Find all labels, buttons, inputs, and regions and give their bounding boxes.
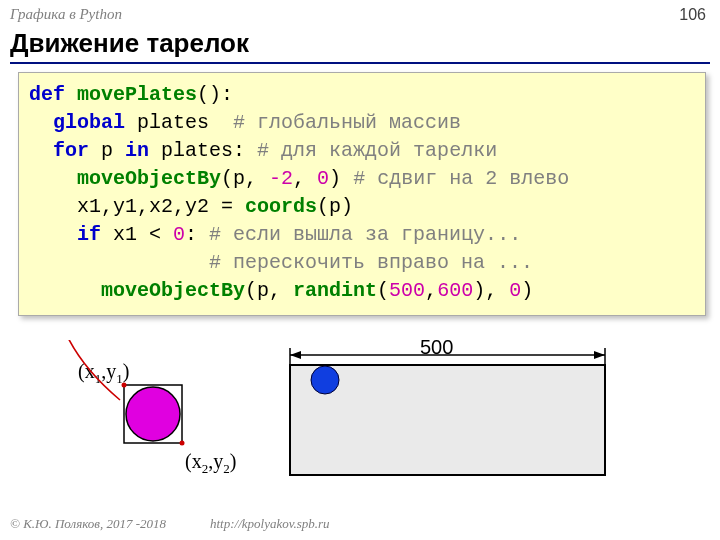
header-topic: Графика в Python	[10, 6, 122, 23]
indent	[29, 251, 209, 274]
number: -2	[269, 167, 293, 190]
fn-call: moveObjectBy	[101, 279, 245, 302]
footer-url: http://kpolyakov.spb.ru	[210, 516, 330, 532]
kw-def: def	[29, 83, 65, 106]
number: 0	[173, 223, 185, 246]
indent	[29, 139, 53, 162]
code-text: (p,	[221, 167, 269, 190]
number: 0	[509, 279, 521, 302]
title-rule	[10, 62, 710, 64]
fn-call: randint	[293, 279, 377, 302]
arrow-head	[290, 351, 301, 359]
kw-in: in	[125, 139, 149, 162]
code-text: (p)	[317, 195, 353, 218]
comment: # перескочить вправо на ...	[209, 251, 533, 274]
code-text: (	[377, 279, 389, 302]
fn-name: movePlates	[77, 83, 197, 106]
slide-title: Движение тарелок	[10, 28, 249, 59]
fn-call: moveObjectBy	[77, 167, 221, 190]
code-text: ),	[473, 279, 509, 302]
code-text: (p,	[245, 279, 293, 302]
page-number: 106	[679, 6, 706, 24]
kw-if: if	[77, 223, 101, 246]
comment: # если вышла за границу...	[209, 223, 521, 246]
code-text: ():	[197, 83, 233, 106]
code-text: )	[329, 167, 353, 190]
code-text: plates	[125, 111, 233, 134]
indent	[29, 279, 101, 302]
number: 600	[437, 279, 473, 302]
corner-marker	[122, 383, 127, 388]
code-text: ,	[293, 167, 317, 190]
indent	[29, 167, 77, 190]
code-text: )	[521, 279, 533, 302]
plate-circle	[126, 387, 180, 441]
code-text: :	[185, 223, 209, 246]
code-text: x1,y1,x2,y2 =	[29, 195, 245, 218]
code-text: x1 <	[101, 223, 173, 246]
code-text: plates:	[149, 139, 257, 162]
kw-global: global	[53, 111, 125, 134]
number: 0	[317, 167, 329, 190]
code-text: p	[89, 139, 125, 162]
kw-for: for	[53, 139, 89, 162]
corner-marker	[180, 441, 185, 446]
fn-call: coords	[245, 195, 317, 218]
ball-icon	[311, 366, 339, 394]
comment: # глобальный массив	[233, 111, 461, 134]
indent	[29, 111, 53, 134]
number: 500	[389, 279, 425, 302]
footer-copyright: © К.Ю. Поляков, 2017 -2018	[10, 516, 166, 532]
code-block: def movePlates(): global plates # глобал…	[18, 72, 706, 316]
arrow-head	[594, 351, 605, 359]
comment: # сдвиг на 2 влево	[353, 167, 569, 190]
diagram-svg	[0, 340, 720, 500]
comment: # для каждой тарелки	[257, 139, 497, 162]
indent	[29, 223, 77, 246]
callout-arrow	[53, 340, 120, 400]
code-text: ,	[425, 279, 437, 302]
